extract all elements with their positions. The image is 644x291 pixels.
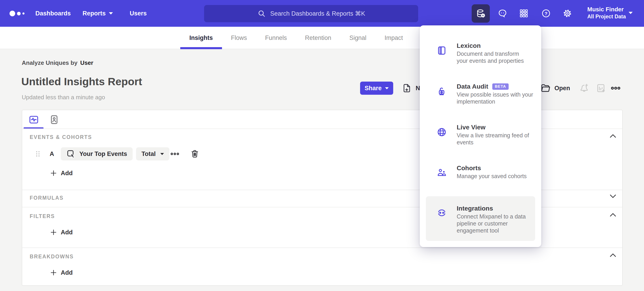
breakdowns-heading: BREAKDOWNS xyxy=(30,254,74,260)
bell-plus-icon xyxy=(579,83,589,93)
event-click-icon xyxy=(66,149,76,159)
menu-item-description: Connect Mixpanel to a data pipeline or c… xyxy=(457,213,532,234)
menu-item-live-view[interactable]: Live View View a live streaming feed of … xyxy=(426,121,535,162)
nav-reports-label: Reports xyxy=(82,10,106,17)
menu-item-data-audit[interactable]: Data Audit BETA View possible issues wit… xyxy=(426,81,535,121)
add-breakdown-label: Add xyxy=(61,269,72,276)
help-icon: ? xyxy=(541,8,551,18)
menu-item-integrations[interactable]: Integrations Connect Mixpanel to a data … xyxy=(426,196,535,241)
book-icon xyxy=(436,45,447,56)
search-icon xyxy=(257,9,266,18)
event-name: Your Top Events xyxy=(79,150,127,158)
share-label: Share xyxy=(365,85,382,92)
plus-icon xyxy=(50,229,57,236)
ellipsis-icon xyxy=(610,83,621,93)
expand-formulas-button[interactable] xyxy=(609,194,617,199)
drag-dots-icon xyxy=(34,150,42,158)
chevron-up-icon xyxy=(609,253,617,258)
beta-badge: BETA xyxy=(492,83,508,90)
nav-reports[interactable]: Reports xyxy=(82,0,113,27)
settings-button[interactable] xyxy=(562,8,572,18)
nav-users-label: Users xyxy=(130,10,147,17)
open-label: Open xyxy=(554,85,570,92)
menu-item-title: Live View xyxy=(457,124,486,131)
menu-item-title: Integrations xyxy=(457,205,493,212)
filters-heading: FILTERS xyxy=(30,213,55,219)
report-tabbar: Insights Flows Funnels Retention Signal … xyxy=(0,27,644,49)
mixpanel-app: Dashboards Reports Users Search Dashboar… xyxy=(0,0,644,291)
tab-retention[interactable]: Retention xyxy=(296,27,340,49)
tab-flows-label: Flows xyxy=(231,34,247,41)
menu-item-cohorts[interactable]: Cohorts Manage your saved cohorts xyxy=(426,162,535,196)
menu-item-lexicon[interactable]: Lexicon Document and transform your even… xyxy=(426,40,535,81)
mixpanel-logo-icon[interactable] xyxy=(10,10,26,17)
file-plus-icon xyxy=(402,83,412,93)
formulas-heading: FORMULAS xyxy=(30,195,64,201)
aggregation-value: Total xyxy=(142,150,156,158)
ellipsis-icon xyxy=(170,150,180,158)
trash-icon xyxy=(190,149,200,159)
tab-insights[interactable]: Insights xyxy=(180,27,222,49)
open-report-button[interactable]: Open xyxy=(540,82,570,95)
menu-item-description: Manage your saved cohorts xyxy=(457,173,552,180)
folder-open-icon xyxy=(540,83,551,93)
create-alert-button[interactable] xyxy=(579,83,589,93)
nav-dashboards-label: Dashboards xyxy=(35,10,71,17)
tab-impact[interactable]: Impact xyxy=(376,27,412,49)
drag-handle[interactable] xyxy=(34,150,42,158)
add-event-button[interactable]: Add xyxy=(50,170,72,177)
help-button[interactable]: ? xyxy=(541,8,551,18)
report-title[interactable]: Untitled Insights Report xyxy=(21,75,142,88)
lock-icon xyxy=(436,86,447,97)
menu-item-title: Data Audit xyxy=(457,83,488,90)
project-name: Music Finder xyxy=(587,5,626,13)
analyze-by-row: Analyze Uniques by User xyxy=(22,59,93,66)
menu-item-title: Cohorts xyxy=(457,165,481,172)
tab-signal[interactable]: Signal xyxy=(340,27,376,49)
share-button[interactable]: Share xyxy=(360,82,393,95)
data-management-button[interactable] xyxy=(472,4,490,23)
delete-event-button[interactable] xyxy=(190,149,200,159)
chevron-down-icon xyxy=(160,153,164,155)
insights-pulse-icon xyxy=(28,114,39,125)
chevron-up-icon xyxy=(609,133,617,139)
svg-text:?: ? xyxy=(545,11,548,16)
tab-impact-label: Impact xyxy=(384,34,403,41)
nav-dashboards[interactable]: Dashboards xyxy=(35,0,71,27)
event-selector-chip[interactable]: Your Top Events xyxy=(61,147,133,160)
add-filter-button[interactable]: Add xyxy=(50,229,72,236)
collapse-breakdowns-button[interactable] xyxy=(609,253,617,258)
add-event-label: Add xyxy=(61,170,72,177)
analyze-by-selector[interactable]: User xyxy=(80,59,94,66)
analyze-by-prefix: Analyze Uniques by xyxy=(22,59,78,66)
search-placeholder: Search Dashboards & Reports ⌘K xyxy=(270,10,365,17)
series-label: A xyxy=(50,150,54,158)
apps-grid-icon xyxy=(519,8,529,18)
aggregation-selector-chip[interactable]: Total xyxy=(136,147,170,160)
profile-card-icon xyxy=(49,114,60,125)
chevron-down-icon xyxy=(385,87,389,89)
chevron-up-icon xyxy=(609,212,617,218)
event-more-options-button[interactable] xyxy=(170,150,180,158)
nav-users[interactable]: Users xyxy=(130,0,147,27)
add-to-dashboard-button[interactable] xyxy=(596,83,606,93)
collapse-events-button[interactable] xyxy=(609,133,617,139)
feedback-button[interactable] xyxy=(498,8,508,18)
panel-tab-events[interactable] xyxy=(28,114,39,125)
tab-funnels-label: Funnels xyxy=(265,34,287,41)
collapse-filters-button[interactable] xyxy=(609,212,617,218)
tab-funnels[interactable]: Funnels xyxy=(256,27,296,49)
menu-item-title: Lexicon xyxy=(457,42,481,49)
search-input[interactable]: Search Dashboards & Reports ⌘K xyxy=(204,5,418,22)
tab-flows[interactable]: Flows xyxy=(222,27,256,49)
panel-tab-profiles[interactable] xyxy=(49,114,60,125)
apps-grid-button[interactable] xyxy=(519,8,529,18)
globe-icon xyxy=(436,127,447,137)
add-filter-label: Add xyxy=(61,229,72,236)
project-selector[interactable]: Music Finder All Project Data xyxy=(587,5,626,20)
add-breakdown-button[interactable]: Add xyxy=(50,269,72,276)
tab-insights-label: Insights xyxy=(189,34,213,41)
data-management-dropdown: Lexicon Document and transform your even… xyxy=(420,25,541,247)
settings-gear-icon xyxy=(562,8,572,18)
report-more-options-button[interactable] xyxy=(610,83,621,93)
